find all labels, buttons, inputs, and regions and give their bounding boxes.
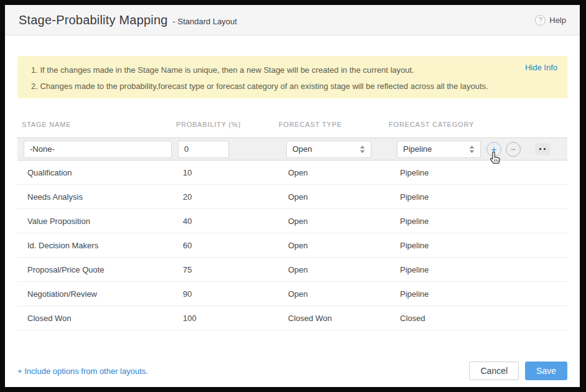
- forecast-type-cell: Open: [288, 289, 400, 299]
- forecast-type-cell: Open: [288, 192, 400, 202]
- forecast-category-select[interactable]: Pipeline: [397, 141, 481, 158]
- drag-handle[interactable]: [535, 143, 550, 155]
- forecast-type-cell: Open: [288, 217, 400, 226]
- question-mark-icon: ?: [535, 15, 546, 26]
- probability-cell: 60: [183, 241, 288, 250]
- forecast-type-cell: Closed Won: [288, 314, 400, 323]
- info-line-1: 1. If the changes made in the Stage Name…: [27, 64, 557, 77]
- stage-cell: Qualification: [27, 168, 183, 177]
- probability-cell: 20: [183, 192, 288, 202]
- stage-cell: Needs Analysis: [27, 192, 183, 202]
- stage-probability-mapping-window: Stage-Probability Mapping - Standard Lay…: [5, 5, 580, 387]
- table-row[interactable]: Qualification 10 Open Pipeline: [17, 161, 567, 185]
- forecast-category-cell: Pipeline: [400, 265, 524, 274]
- column-header-forecast-category: FORECAST CATEGORY: [389, 121, 513, 138]
- stage-cell: Value Proposition: [27, 217, 183, 226]
- column-header-probability: PROBABILITY (%): [176, 121, 279, 138]
- table-header-row: STAGE NAME PROBABILITY (%) FORECAST TYPE…: [17, 115, 567, 138]
- footer-buttons: Cancel Save: [469, 362, 567, 380]
- forecast-category-cell: Pipeline: [400, 168, 524, 177]
- forecast-category-cell: Pipeline: [400, 241, 524, 250]
- topbar: Stage-Probability Mapping - Standard Lay…: [5, 5, 580, 35]
- updown-arrows-icon: [469, 146, 475, 153]
- column-header-forecast-type: FORECAST TYPE: [279, 121, 389, 138]
- help-label: Help: [549, 16, 566, 25]
- footer: + Include options from other layouts. Ca…: [17, 362, 567, 380]
- probability-cell: 75: [183, 265, 288, 274]
- forecast-type-select-value: Open: [292, 144, 312, 154]
- forecast-category-cell: Pipeline: [400, 192, 524, 202]
- probability-cell: 10: [183, 168, 288, 177]
- table-row[interactable]: Negotiation/Review 90 Open Pipeline: [17, 282, 567, 306]
- minus-icon: −: [511, 144, 516, 154]
- stage-cell: Closed Won: [27, 314, 183, 323]
- drag-dot-icon: [544, 148, 546, 150]
- table-row[interactable]: Proposal/Price Quote 75 Open Pipeline: [17, 258, 567, 282]
- remove-stage-button[interactable]: −: [506, 142, 521, 157]
- hide-info-link[interactable]: Hide Info: [525, 63, 557, 72]
- forecast-type-cell: Open: [288, 265, 400, 274]
- forecast-category-select-value: Pipeline: [403, 144, 432, 154]
- include-options-link[interactable]: + Include options from other layouts.: [17, 366, 148, 376]
- drag-dot-icon: [539, 148, 541, 150]
- page-subtitle: - Standard Layout: [173, 17, 237, 26]
- updown-arrows-icon: [360, 146, 365, 153]
- save-button[interactable]: Save: [525, 362, 567, 380]
- column-header-actions: [513, 121, 567, 138]
- stage-editor-row: Open Pipeline + −: [17, 138, 567, 161]
- info-line-2: 2. Changes made to the probability,forec…: [27, 80, 557, 93]
- cancel-button[interactable]: Cancel: [469, 362, 519, 380]
- forecast-category-cell: Pipeline: [400, 217, 524, 226]
- info-banner: 1. If the changes made in the Stage Name…: [17, 56, 567, 98]
- forecast-type-select[interactable]: Open: [286, 141, 371, 158]
- probability-cell: 90: [183, 289, 288, 299]
- add-stage-button[interactable]: +: [486, 142, 501, 157]
- stage-name-input[interactable]: [24, 141, 172, 158]
- table-row[interactable]: Needs Analysis 20 Open Pipeline: [17, 185, 567, 209]
- help-button[interactable]: ? Help: [535, 15, 566, 26]
- forecast-type-cell: Open: [288, 241, 400, 250]
- stage-cell: Negotiation/Review: [27, 289, 183, 299]
- table-row[interactable]: Closed Won 100 Closed Won Closed: [17, 306, 567, 330]
- forecast-type-cell: Open: [288, 168, 400, 177]
- stage-cell: Proposal/Price Quote: [27, 265, 183, 274]
- plus-icon: +: [491, 144, 497, 154]
- table-row[interactable]: Id. Decision Makers 60 Open Pipeline: [17, 233, 567, 258]
- probability-cell: 40: [183, 217, 288, 226]
- page-title: Stage-Probability Mapping: [19, 13, 168, 27]
- probability-input[interactable]: [178, 141, 229, 158]
- screen-frame: Stage-Probability Mapping - Standard Lay…: [0, 0, 586, 392]
- probability-cell: 100: [183, 314, 288, 323]
- stage-cell: Id. Decision Makers: [27, 241, 183, 250]
- forecast-category-cell: Closed: [400, 314, 524, 323]
- table-row[interactable]: Value Proposition 40 Open Pipeline: [17, 209, 567, 233]
- column-header-stage-name: STAGE NAME: [22, 121, 176, 138]
- forecast-category-cell: Pipeline: [400, 289, 524, 299]
- content-area: 1. If the changes made in the Stage Name…: [5, 35, 580, 387]
